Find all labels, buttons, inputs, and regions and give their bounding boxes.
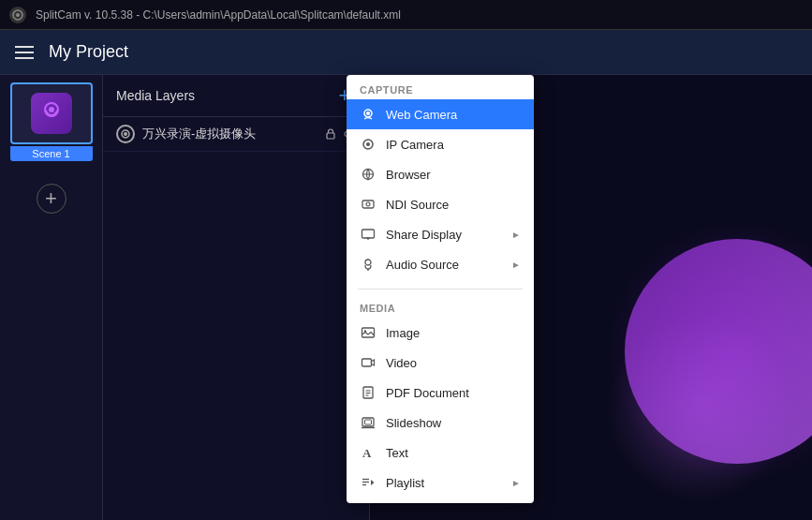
app-header: My Project (0, 30, 812, 75)
menu-item-image[interactable]: Image (347, 318, 534, 348)
image-icon (360, 324, 376, 341)
scene-1-label: Scene 1 (10, 146, 93, 161)
svg-text:A: A (362, 446, 372, 460)
title-bar-text: SplitCam v. 10.5.38 - C:\Users\admin\App… (36, 8, 401, 22)
layer-name: 万兴录演-虚拟摄像头 (142, 126, 317, 142)
menu-item-image-label: Image (386, 326, 420, 340)
menu-item-pdf-document-label: PDF Document (386, 386, 469, 400)
scenes-panel: Scene 1 + (0, 75, 103, 520)
menu-item-ndi-source-label: NDI Source (386, 198, 449, 212)
video-icon (360, 354, 376, 371)
capture-section: CAPTURE Web Camera IP Camera (347, 75, 534, 285)
svg-point-20 (365, 260, 371, 265)
menu-item-share-display[interactable]: Share Display ► (347, 219, 534, 249)
media-panel: Media Layers + 万兴录演-虚拟摄像头 (103, 75, 370, 520)
layer-item[interactable]: 万兴录演-虚拟摄像头 (103, 117, 369, 152)
title-bar: SplitCam v. 10.5.38 - C:\Users\admin\App… (0, 0, 812, 30)
svg-rect-31 (365, 420, 372, 424)
menu-item-web-camera[interactable]: Web Camera (347, 99, 534, 129)
menu-divider (358, 289, 523, 290)
svg-point-5 (124, 132, 127, 136)
ipcam-icon (360, 136, 376, 153)
menu-item-video-label: Video (386, 356, 417, 370)
menu-item-audio-source-label: Audio Source (386, 258, 459, 272)
media-panel-title: Media Layers (116, 88, 195, 103)
scene-1-item[interactable] (10, 82, 93, 144)
project-title: My Project (49, 42, 128, 62)
app-icon (9, 7, 26, 23)
menu-item-audio-source[interactable]: Audio Source ► (347, 249, 534, 279)
svg-point-12 (366, 142, 370, 146)
svg-point-16 (366, 202, 370, 206)
browser-icon (360, 166, 376, 183)
audio-source-arrow: ► (511, 260, 521, 270)
media-section: MEDIA Image Video (347, 293, 534, 503)
ndi-icon (360, 196, 376, 213)
svg-point-10 (366, 111, 370, 115)
svg-rect-29 (362, 418, 374, 426)
playlist-icon (360, 474, 376, 491)
menu-item-playlist-label: Playlist (386, 476, 424, 490)
svg-rect-15 (362, 201, 374, 208)
menu-item-ip-camera[interactable]: IP Camera (347, 129, 534, 159)
svg-rect-17 (362, 230, 375, 238)
display-icon (360, 226, 376, 243)
share-display-arrow: ► (511, 230, 521, 240)
scene-1-icon (31, 93, 72, 134)
menu-item-web-camera-label: Web Camera (386, 108, 457, 122)
menu-item-text-label: Text (386, 446, 408, 460)
svg-point-3 (49, 107, 54, 112)
text-icon: A (360, 444, 376, 461)
pdf-icon (360, 384, 376, 401)
svg-point-1 (16, 13, 20, 17)
context-menu: CAPTURE Web Camera IP Camera (347, 75, 534, 503)
svg-rect-6 (327, 133, 334, 139)
menu-item-slideshow[interactable]: Slideshow (347, 408, 534, 438)
menu-item-browser-label: Browser (386, 168, 431, 182)
menu-item-share-display-label: Share Display (386, 228, 462, 242)
capture-section-label: CAPTURE (347, 81, 534, 99)
media-section-label: MEDIA (347, 299, 534, 318)
slideshow-icon (360, 414, 376, 431)
media-panel-header: Media Layers + (103, 75, 369, 117)
menu-item-video[interactable]: Video (347, 348, 534, 378)
svg-marker-36 (371, 480, 375, 485)
menu-item-ndi-source[interactable]: NDI Source (347, 189, 534, 219)
menu-item-browser[interactable]: Browser (347, 159, 534, 189)
svg-rect-24 (362, 359, 372, 366)
menu-item-pdf-document[interactable]: PDF Document (347, 378, 534, 408)
menu-item-playlist[interactable]: Playlist ► (347, 468, 534, 498)
webcam-icon (360, 106, 376, 123)
scene-1-wrapper[interactable]: Scene 1 (10, 82, 93, 161)
layer-camera-icon (116, 125, 135, 143)
lock-icon[interactable] (324, 127, 337, 141)
menu-item-ip-camera-label: IP Camera (386, 138, 444, 152)
menu-item-slideshow-label: Slideshow (386, 416, 441, 430)
audio-icon (360, 256, 376, 273)
menu-item-text[interactable]: A Text (347, 438, 534, 468)
hamburger-menu[interactable] (15, 46, 34, 59)
add-scene-button[interactable]: + (37, 184, 66, 214)
playlist-arrow: ► (511, 478, 521, 488)
